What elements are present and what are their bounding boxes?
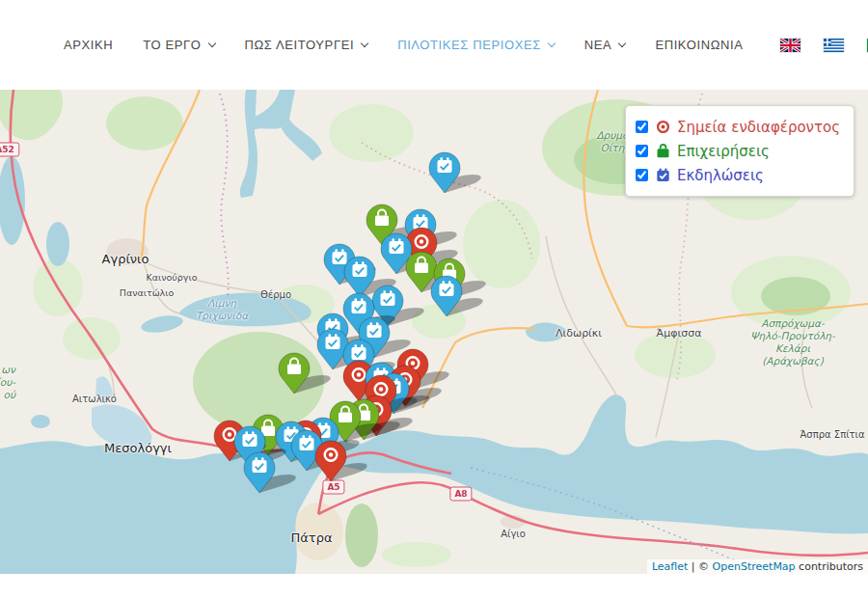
target-icon <box>655 119 671 135</box>
uk-flag-icon[interactable] <box>780 39 800 52</box>
chevron-down-icon <box>361 40 368 47</box>
map-legend: Σημεία ενδιαφέροντοςΕπιχειρήσειςΕκδηλώσε… <box>625 105 854 197</box>
legend-checkbox-business[interactable] <box>636 145 648 157</box>
leaflet-link[interactable]: Leaflet <box>652 560 688 573</box>
legend-label: Επιχειρήσεις <box>677 143 770 160</box>
attribution-copyright: © <box>698 560 713 573</box>
attribution-separator: | <box>688 560 698 573</box>
nav-item-4[interactable]: ΠΙΛΟΤΙΚΕΣ ΠΕΡΙΟΧΕΣ <box>397 38 555 52</box>
map-marker-event[interactable] <box>243 451 301 498</box>
legend-checkbox-poi[interactable] <box>636 121 648 133</box>
nav-item-1[interactable]: ΑΡΧΙΚΗ <box>64 38 113 52</box>
legend-row-poi[interactable]: Σημεία ενδιαφέροντος <box>636 115 840 139</box>
map-marker-business[interactable] <box>278 352 336 398</box>
legend-row-event[interactable]: Εκδηλώσεις <box>636 163 840 187</box>
osm-link[interactable]: OpenStreetMap <box>713 560 796 573</box>
nav-item-label: ΑΡΧΙΚΗ <box>64 38 113 52</box>
map-marker-poi[interactable] <box>314 440 372 486</box>
chevron-down-icon <box>618 40 626 47</box>
nav-item-label: ΠΩΣ ΛΕΙΤΟΥΡΓΕΙ <box>245 38 355 52</box>
nav-item-6[interactable]: ΕΠΙΚΟΙΝΩΝΙΑ <box>655 38 743 52</box>
chevron-down-icon <box>207 40 215 47</box>
nav-item-label: ΤΟ ΕΡΓΟ <box>143 38 201 52</box>
nav-item-label: ΠΙΛΟΤΙΚΕΣ ΠΕΡΙΟΧΕΣ <box>397 38 541 52</box>
legend-row-business[interactable]: Επιχειρήσεις <box>636 139 840 163</box>
language-switcher <box>780 39 868 52</box>
map-attribution: Leaflet | © OpenStreetMap contributors <box>647 559 868 574</box>
nav-item-label: ΝΕΑ <box>584 38 612 52</box>
chevron-down-icon <box>548 40 556 47</box>
attribution-suffix: contributors <box>796 560 863 573</box>
nav-item-3[interactable]: ΠΩΣ ΛΕΙΤΟΥΡΓΕΙ <box>245 38 368 52</box>
map-canvas[interactable]: ΑγρίνιοΚαινούργιοΠαναιτώλιοΘέρμοΑιτωλικό… <box>0 90 868 574</box>
nav-menu: ΑΡΧΙΚΗΤΟ ΕΡΓΟΠΩΣ ΛΕΙΤΟΥΡΓΕΙΠΙΛΟΤΙΚΕΣ ΠΕΡ… <box>64 38 773 52</box>
legend-checkbox-event[interactable] <box>636 169 648 181</box>
legend-label: Σημεία ενδιαφέροντος <box>677 119 840 136</box>
nav-item-5[interactable]: ΝΕΑ <box>584 38 626 52</box>
greece-flag-icon[interactable] <box>824 39 844 52</box>
legend-label: Εκδηλώσεις <box>677 167 764 184</box>
calendar-icon <box>655 167 671 183</box>
nav-item-label: ΕΠΙΚΟΙΝΩΝΙΑ <box>655 38 743 52</box>
map-marker-event[interactable] <box>428 151 486 198</box>
nav-item-2[interactable]: ΤΟ ΕΡΓΟ <box>143 38 214 52</box>
bag-icon <box>655 143 671 159</box>
map-marker-event[interactable] <box>430 275 488 321</box>
top-navigation: ΑΡΧΙΚΗΤΟ ΕΡΓΟΠΩΣ ΛΕΙΤΟΥΡΓΕΙΠΙΛΟΤΙΚΕΣ ΠΕΡ… <box>0 0 868 90</box>
